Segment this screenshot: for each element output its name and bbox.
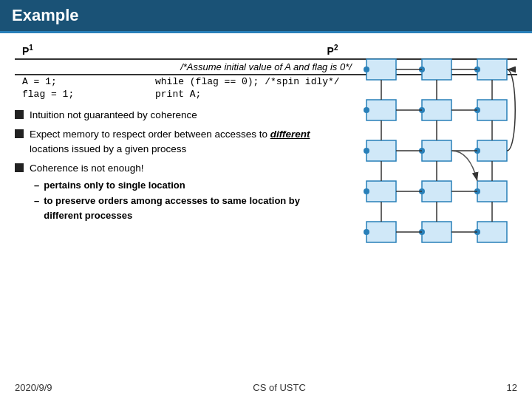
svg-rect-12 xyxy=(477,181,507,202)
svg-rect-10 xyxy=(366,181,396,202)
bullet2-before: Expect memory to respect order between a… xyxy=(30,129,270,140)
p1-header: P1 xyxy=(15,42,148,59)
svg-rect-7 xyxy=(366,140,396,161)
footer-left: 2020/9/9 xyxy=(15,382,52,393)
sub-bullet-text-1: pertains only to single location xyxy=(44,178,185,193)
bullet-item-1: Intuition not guaranteed by coherence xyxy=(15,108,325,123)
svg-rect-6 xyxy=(477,100,507,120)
sub-dash-2: – xyxy=(34,194,39,208)
sub-bullet-text-2: to preserve orders among accesses to sam… xyxy=(44,194,325,222)
svg-point-19 xyxy=(364,107,369,113)
page-footer: 2020/9/9 CS of USTC 12 xyxy=(15,382,517,393)
sub-bullet-1: – pertains only to single location xyxy=(34,178,325,193)
svg-rect-2 xyxy=(422,59,451,80)
diagram xyxy=(359,52,522,259)
svg-point-16 xyxy=(364,66,369,72)
bullet-item-2: Expect memory to respect order between a… xyxy=(15,127,325,157)
bullet-icon-2 xyxy=(15,129,24,138)
diagram-svg xyxy=(359,52,522,259)
svg-rect-9 xyxy=(477,140,507,161)
bullet-text-2: Expect memory to respect order between a… xyxy=(30,127,325,157)
svg-point-25 xyxy=(364,188,369,194)
svg-rect-5 xyxy=(422,100,451,120)
code-p1-line2: flag = 1; xyxy=(15,88,148,100)
svg-point-28 xyxy=(364,229,369,235)
bullet-item-3: Coherence is not enough! – pertains only… xyxy=(15,161,325,224)
svg-rect-15 xyxy=(477,222,507,242)
sub-bullets: – pertains only to single location – to … xyxy=(34,178,325,223)
bullet-icon-3 xyxy=(15,163,24,172)
svg-rect-13 xyxy=(366,222,396,242)
svg-rect-8 xyxy=(422,140,451,161)
footer-right: 12 xyxy=(507,382,517,393)
bullet-text-1: Intuition not guaranteed by coherence xyxy=(30,108,325,123)
svg-rect-3 xyxy=(477,59,507,80)
svg-rect-4 xyxy=(366,100,396,120)
svg-rect-11 xyxy=(422,181,451,202)
bullet2-italic: different xyxy=(270,129,310,140)
code-p1-line1: A = 1; xyxy=(15,75,148,88)
bullet-icon-1 xyxy=(15,110,24,119)
svg-point-22 xyxy=(364,148,369,154)
bullets-section: Intuition not guaranteed by coherence Ex… xyxy=(15,108,325,229)
svg-rect-14 xyxy=(422,222,451,242)
bullet-text-3: Coherence is not enough! – pertains only… xyxy=(30,161,325,224)
svg-rect-1 xyxy=(366,59,396,80)
footer-center: CS of USTC xyxy=(253,382,306,393)
sub-bullet-2: – to preserve orders among accesses to s… xyxy=(34,194,325,222)
bullet2-after: locations issued by a given process xyxy=(30,143,186,154)
page-title: Example xyxy=(0,0,532,31)
sub-dash-1: – xyxy=(34,178,39,193)
